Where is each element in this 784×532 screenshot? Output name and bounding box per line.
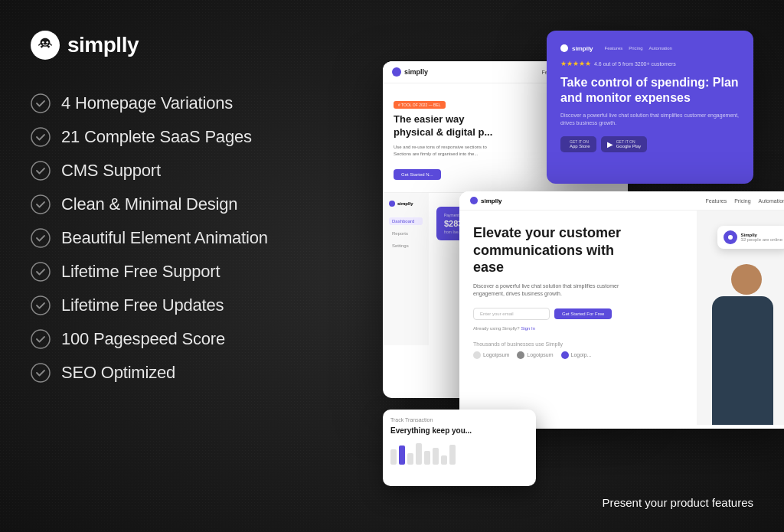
sc3-email-input: Enter your email [473,308,550,320]
sc3-navbar: simplly Features Pricing Automation [459,191,784,211]
purple-desc: Discover a powerful live chat solution t… [560,112,740,127]
sc-main-cta: Get Started N... [394,169,441,180]
bar-6 [433,448,439,465]
feature-label-5: Beautiful Element Animation [61,228,268,248]
sc3-chat-bubble: Simplly 32 people are online [717,226,784,249]
check-icon-4 [31,194,51,214]
purple-rating-text: 4.6 out of 5 from 3200+ customers [594,61,676,67]
bar-3 [407,453,413,465]
bottom-label: Present your product features [602,496,753,509]
sc3-signin: Already using Simplly? Sign In [473,326,683,331]
sc3-signin-link: Sign In [521,326,535,331]
logo-area: simplly [31,31,352,60]
purple-title: Take control of spending: Plan and monit… [560,75,740,106]
list-item: Beautiful Element Animation [31,228,352,248]
sc3-nav-automation: Automation [759,198,784,204]
sc-sidebar-settings: Settings [389,242,423,250]
sc-logo-text: simplly [404,68,428,76]
left-panel: simplly 4 Homepage Variations [31,31,352,509]
sc3-person-head [731,264,762,295]
list-item: 4 Homepage Variations [31,93,352,113]
list-item: 100 Pagespeed Score [31,329,352,349]
check-icon-8 [31,329,51,349]
svg-point-3 [31,128,50,146]
sc3-logos-label: Thousands of businesses use Simplly [473,341,683,347]
svg-point-9 [31,330,50,348]
sc3-content: Elevate your customer communications wit… [459,211,697,425]
sc3-right-image: Simplly 32 people are online [697,211,784,425]
sc3-logo-text: simplly [481,197,502,204]
google-play-icon: ▶ [607,140,613,149]
sc3-logo-dot [470,197,478,204]
screenshot-stack: simplly Features Pricing Automation # TO… [383,31,753,509]
purple-stars: ★★★★★ [560,60,591,67]
sc3-desc: Discover a powerful live chat solution t… [473,282,626,299]
bar-5 [424,451,430,465]
app-store-sub: GET IT ON [570,139,590,144]
sc3-logo-item-3: Logoip... [561,351,592,359]
purple-nav-features: Features [605,46,623,51]
bar-7 [441,455,447,465]
sc-logo-dot [392,67,401,77]
svg-point-10 [31,364,50,382]
sc3-logo-circle-1 [473,351,481,359]
sc-badge: # TOOL OF 2022 — BEL [394,101,446,109]
purple-nav-automation: Automation [649,46,672,51]
sc4-header: Everything keep you... [390,426,528,436]
purple-logo-icon [560,44,568,52]
feature-label-1: 4 Homepage Variations [61,93,233,113]
sc-sidebar: simplly Dashboard Reports Settings [383,193,429,345]
sc-sidebar-dot [389,201,395,207]
check-icon-5 [31,228,51,248]
sc-sidebar-dashboard: Dashboard [389,217,423,225]
sc4-chart [390,442,528,465]
sc3-cta-btn: Get Started For Free [554,308,612,319]
check-icon-1 [31,93,51,113]
sc-sidebar-logo: simplly [389,201,423,207]
google-play-name: Google Play [616,144,642,149]
google-play-sub: GET IT ON [616,139,642,144]
sc-sidebar-name: simplly [397,201,413,206]
feature-label-7: Lifetime Free Updates [61,295,224,315]
bar-8 [449,445,456,465]
sc3-person-figure [712,256,781,425]
check-icon-7 [31,295,51,315]
feature-label-4: Clean & Minimal Design [61,194,237,214]
purple-nav: Features Pricing Automation [605,46,672,51]
feature-label-8: 100 Pagespeed Score [61,329,225,349]
list-item: Lifetime Free Updates [31,295,352,315]
list-item: CMS Support [31,161,352,181]
purple-logo-text: simplly [572,45,593,52]
sc3-chat-avatar [724,230,737,244]
sc3-body: Elevate your customer communications wit… [459,211,784,425]
bar-1 [390,449,397,465]
sc3-title: Elevate your customer communications wit… [473,224,642,276]
sc3-person-body [712,296,773,425]
list-item: Clean & Minimal Design [31,194,352,214]
sc3-input-row: Enter your email Get Started For Free [473,308,683,320]
feature-label-3: CMS Support [61,161,161,181]
sc3-nav-features: Features [706,198,727,204]
sc-main-logo: simplly [392,67,428,77]
feature-label-9: SEO Optimized [61,363,175,383]
sc3-chat-dot [728,235,733,240]
svg-point-7 [31,263,50,281]
sc4-title: Track Transaction [390,417,528,423]
svg-point-8 [31,296,50,315]
purple-nav-pricing: Pricing [629,46,642,51]
check-icon-3 [31,161,51,181]
sc3-logo-circle-3 [561,351,569,359]
list-item: SEO Optimized [31,363,352,383]
sc3-chat-info: Simplly 32 people are online [741,233,782,242]
brand-logo-icon [31,31,60,60]
app-store-btn: GET IT ON App Store [560,136,596,152]
list-item: Lifetime Free Support [31,262,352,282]
feature-label-2: 21 Complete SaaS Pages [61,127,252,147]
feature-list: 4 Homepage Variations 21 Complete SaaS P… [31,93,352,383]
sc3-chat-sub: 32 people are online [741,237,782,242]
svg-point-5 [31,195,50,214]
right-panel: simplly Features Pricing Automation # TO… [383,31,753,509]
sc3-logo-item-2: Logoipsum [517,351,553,359]
screenshot-purple: simplly Features Pricing Automation ★★★★… [547,31,753,184]
google-play-btn: ▶ GET IT ON Google Play [601,136,648,152]
